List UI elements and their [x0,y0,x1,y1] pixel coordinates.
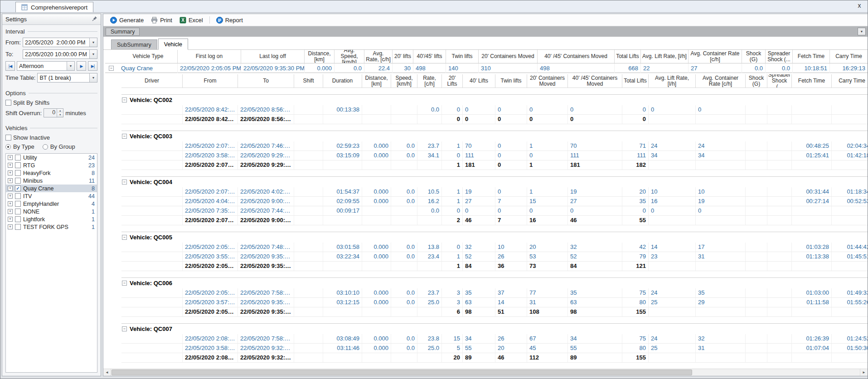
column-header[interactable]: 40'/45' lifts [413,50,446,63]
stepper-arrows-icon[interactable]: ▲▼ [57,109,63,117]
column-header[interactable]: Total Lifts [615,50,641,63]
tree-item-utility[interactable]: +Utility24 [6,154,97,161]
scroll-left-icon[interactable]: ◄ [103,369,111,376]
vehicle-checkbox[interactable]: ✓ [15,185,21,191]
report-button[interactable]: Report [213,15,246,25]
column-header[interactable]: From [183,74,238,87]
shift-overrun-stepper[interactable]: 0 ▲▼ [44,108,63,117]
tab-vehicle[interactable]: Vehicle [158,39,188,50]
collapse-icon[interactable]: − [109,66,114,71]
column-header[interactable]: Fetch Time [793,50,830,63]
expand-icon[interactable]: + [8,178,13,183]
tree-item-itv[interactable]: +ITV44 [6,192,97,200]
by-group-radio-circle[interactable] [43,144,48,150]
group-header[interactable]: −Vehicle: QC003 [121,132,868,141]
tree-item-heavyfork[interactable]: +HeavyFork8 [6,169,97,177]
vehicle-checkbox[interactable] [15,224,21,230]
vehicle-checkbox[interactable] [15,216,21,222]
column-header[interactable]: Shock (G) [742,50,766,63]
column-header[interactable]: Rate, [c/h] [417,74,442,87]
shift-select[interactable]: Afternoon ▼ [17,61,75,71]
summary-band-tab[interactable]: Summary [106,28,140,36]
column-header[interactable]: Shift [294,74,323,87]
tree-item-emptyhandler[interactable]: +EmptyHandler4 [6,200,97,208]
vehicle-checkbox[interactable] [15,193,21,199]
vehicle-checkbox[interactable] [15,155,21,160]
show-inactive-checkbox[interactable]: Show Inactive [5,134,97,141]
expand-icon[interactable]: + [8,186,13,191]
expand-icon[interactable]: + [8,209,13,214]
column-header[interactable]: Driver [121,74,183,87]
close-icon[interactable]: x [855,2,863,10]
column-header[interactable]: Spreader Shock (... [767,74,792,87]
column-header[interactable]: Avg. Rate, [c/h] [364,50,393,63]
shift-first-button[interactable]: |◀ [5,61,15,71]
column-header[interactable]: Twin lifts [495,74,527,87]
tree-item-minibus[interactable]: +Minibus11 [6,177,97,185]
column-header[interactable]: To [238,74,294,87]
column-header[interactable]: 20' Containers Moved [479,50,538,63]
show-inactive-checkbox-box[interactable] [5,135,11,141]
print-button[interactable]: Print [148,15,175,25]
expand-icon[interactable]: + [8,155,13,160]
column-header[interactable]: Twin lifts [446,50,479,63]
horizontal-scrollbar[interactable]: ◄ ► [103,369,868,376]
group-header[interactable]: −Vehicle: QC007 [121,325,868,333]
tree-item-test-fork-gps[interactable]: +TEST FORK GPS1 [6,223,97,231]
column-header[interactable]: 40' /45' Containers Moved [568,74,622,87]
group-header[interactable]: −Vehicle: QC002 [121,96,868,104]
column-header[interactable]: Avg. Speed, [km/h] [335,50,364,63]
column-header[interactable]: Fetch Time [792,74,832,87]
split-by-shifts-checkbox[interactable]: Split By Shifts [5,99,97,106]
tree-item-lightfork[interactable]: +Lightfork1 [6,215,97,223]
vehicle-checkbox[interactable] [15,209,21,214]
column-header[interactable]: Last log off [241,50,305,63]
vehicle-checkbox[interactable] [15,170,21,176]
column-header[interactable]: 20' Containers Moved [527,74,568,87]
column-header[interactable]: Distance, [km] [362,74,391,87]
collapse-icon[interactable]: − [122,281,127,286]
expand-icon[interactable]: + [8,224,13,229]
timetable-select[interactable]: BT (1 break) ▼ [37,73,97,83]
column-header[interactable]: Vehicle Type [119,50,178,63]
excel-button[interactable]: X Excel [176,15,206,25]
collapse-icon[interactable]: − [122,134,127,139]
column-header[interactable]: 40' /45' Containers Moved [538,50,615,63]
collapse-icon[interactable]: − [122,97,127,102]
expand-icon[interactable]: + [8,194,13,199]
column-header[interactable]: Total Lifts [622,74,649,87]
group-header[interactable]: −Vehicle: QC005 [121,233,868,242]
column-header[interactable]: 20' Lifts [442,74,463,87]
to-date-input[interactable]: 22/05/2020 10:00:00 PM ▼ [23,49,97,59]
vehicle-checkbox[interactable] [15,178,21,184]
column-header[interactable]: Avg. Container Rate [c/h] [689,50,742,63]
column-header[interactable]: Carry Time [832,74,868,87]
column-header[interactable]: Avg. Lift Rate, [l/h] [649,74,696,87]
tab-comprehensive-report[interactable]: Comprehensivereport [15,2,93,12]
column-header[interactable]: 20' lifts [393,50,413,63]
collapse-icon[interactable]: − [122,180,127,185]
shift-last-button[interactable]: ▶| [88,61,97,71]
column-header[interactable]: Duration [323,74,362,87]
expand-icon[interactable]: + [8,217,13,222]
column-header[interactable]: First log on [178,50,241,63]
scrollbar-thumb[interactable] [112,369,692,375]
split-by-shifts-checkbox-box[interactable] [5,100,11,106]
column-header[interactable]: 40' Lifts [463,74,495,87]
tree-item-rtg[interactable]: +RTG23 [6,161,97,169]
generate-button[interactable]: Generate [107,15,147,25]
group-header[interactable]: −Vehicle: QC004 [121,178,868,186]
by-type-radio[interactable]: By Type [5,143,34,150]
column-header[interactable]: Avg. Container Rate [c/h] [696,74,746,87]
tree-item-quay-crane[interactable]: +✓Quay Crane8 [6,185,97,192]
pin-icon[interactable] [92,16,97,23]
vehicle-checkbox[interactable] [15,201,21,207]
column-header[interactable]: Speed, [km/h] [391,74,417,87]
expand-icon[interactable]: + [8,163,13,168]
collapse-icon[interactable]: − [122,235,127,240]
by-type-radio-circle[interactable] [5,144,11,150]
collapse-icon[interactable]: − [122,326,127,331]
column-header[interactable]: Distance, [km] [305,50,335,63]
column-header[interactable]: Carry Time [830,50,868,63]
vehicle-checkbox[interactable] [15,162,21,168]
